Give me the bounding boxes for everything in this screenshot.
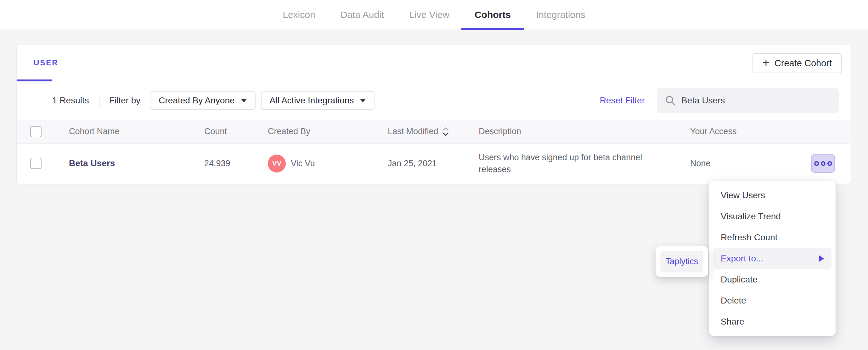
description-text: Users who have signed up for beta channe… [479,151,671,175]
menu-item-delete[interactable]: Delete [709,290,836,311]
menu-item-export-to-label: Export to... [721,253,763,264]
menu-item-view-users[interactable]: View Users [709,185,836,206]
column-header-cohort-name[interactable]: Cohort Name [69,127,204,136]
menu-item-refresh-count[interactable]: Refresh Count [709,227,836,248]
header-checkbox-cell [17,126,69,137]
created-by-cell: VV Vic Vu [268,154,388,173]
search-icon [665,95,676,106]
created-by-dropdown[interactable]: Created By Anyone [150,92,255,110]
cohort-name-cell: Beta Users [69,159,204,168]
column-header-count[interactable]: Count [204,127,268,136]
reset-filter-link[interactable]: Reset Filter [600,96,645,106]
creator-name: Vic Vu [291,159,315,168]
column-header-your-access[interactable]: Your Access [690,127,851,136]
table-row: Beta Users 24,939 VV Vic Vu Jan 25, 2021… [17,144,851,183]
vertical-divider [99,94,99,107]
card-tab-bar: USER + Create Cohort [17,45,851,81]
select-all-checkbox[interactable] [30,126,41,137]
tab-user-label: USER [34,59,59,67]
count-cell: 24,939 [204,159,268,168]
user-tab-underline [17,79,52,81]
cohort-name-link[interactable]: Beta Users [69,159,115,168]
cohorts-page: Lexicon Data Audit Live View Cohorts Int… [0,0,868,350]
tab-live-view[interactable]: Live View [409,0,450,30]
chevron-down-icon [360,99,366,102]
description-cell: Users who have signed up for beta channe… [479,151,690,175]
plus-icon: + [763,57,770,69]
column-header-last-modified[interactable]: Last Modified [388,127,479,137]
menu-item-visualize-trend[interactable]: Visualize Trend [709,206,836,227]
created-by-dropdown-label: Created By Anyone [159,96,235,106]
avatar: VV [268,154,286,173]
cohorts-card: USER + Create Cohort 1 Results Filter by… [17,45,851,184]
create-cohort-label: Create Cohort [775,58,832,69]
top-navigation: Lexicon Data Audit Live View Cohorts Int… [0,0,868,30]
tab-data-audit[interactable]: Data Audit [341,0,384,30]
column-header-last-modified-label: Last Modified [388,127,438,136]
chevron-down-icon [241,99,247,102]
submenu-arrow-icon [819,255,824,262]
column-header-description[interactable]: Description [479,127,690,136]
table-header: Cohort Name Count Created By Last Modifi… [17,120,851,144]
menu-item-duplicate[interactable]: Duplicate [709,269,836,290]
menu-item-share[interactable]: Share [709,311,836,332]
row-checkbox-cell [17,158,69,169]
search-input[interactable] [681,96,831,106]
tab-cohorts-label: Cohorts [474,9,511,20]
row-actions-button[interactable] [811,154,835,173]
filter-by-label: Filter by [109,96,141,106]
tab-lexicon[interactable]: Lexicon [283,0,315,30]
tab-cohorts[interactable]: Cohorts [474,0,511,30]
create-cohort-button[interactable]: + Create Cohort [752,53,842,73]
row-actions-menu: View Users Visualize Trend Refresh Count… [709,181,836,336]
integrations-dropdown-label: All Active Integrations [270,96,354,106]
filter-bar: 1 Results Filter by Created By Anyone Al… [17,81,851,120]
last-modified-cell: Jan 25, 2021 [388,159,479,168]
results-count: 1 Results [52,96,89,106]
search-box[interactable] [657,88,839,113]
ellipsis-icon [814,161,832,166]
row-checkbox[interactable] [30,158,41,169]
export-submenu: Taplytics [656,246,708,277]
tab-integrations[interactable]: Integrations [536,0,585,30]
nav-tabs: Lexicon Data Audit Live View Cohorts Int… [0,0,868,30]
sort-icon [441,127,450,137]
active-tab-underline [461,28,524,30]
integrations-dropdown[interactable]: All Active Integrations [261,92,375,110]
column-header-created-by[interactable]: Created By [268,127,388,136]
submenu-item-taplytics[interactable]: Taplytics [660,251,704,272]
menu-item-export-to[interactable]: Export to... [713,248,832,269]
tab-user[interactable]: USER [34,45,59,81]
